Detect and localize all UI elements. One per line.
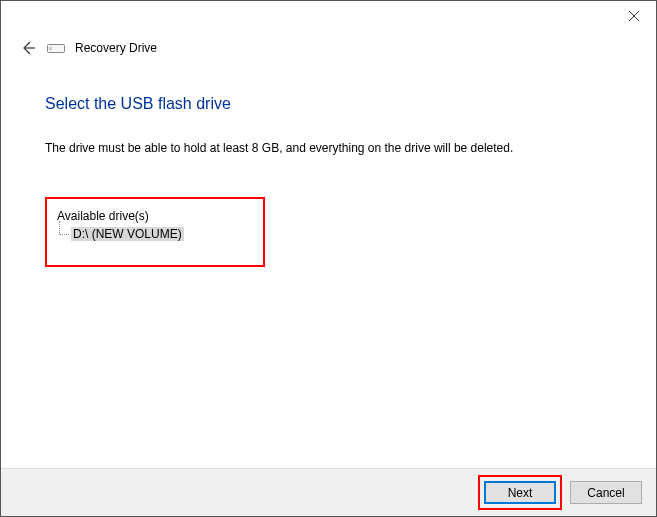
content-area: Select the USB flash drive The drive mus… xyxy=(1,65,656,267)
wizard-footer: Next Cancel xyxy=(1,468,656,516)
drive-icon xyxy=(47,42,65,54)
wizard-header: Recovery Drive xyxy=(1,31,656,65)
available-drives-label: Available drive(s) xyxy=(57,209,253,223)
next-button-highlight: Next xyxy=(478,475,562,510)
back-arrow-icon xyxy=(20,40,36,56)
page-description: The drive must be able to hold at least … xyxy=(45,141,612,155)
svg-rect-4 xyxy=(49,47,52,50)
available-drives-section: Available drive(s) D:\ (NEW VOLUME) xyxy=(45,197,265,267)
page-heading: Select the USB flash drive xyxy=(45,95,612,113)
titlebar xyxy=(1,1,656,31)
drive-list-item[interactable]: D:\ (NEW VOLUME) xyxy=(71,227,184,241)
cancel-button[interactable]: Cancel xyxy=(570,481,642,504)
recovery-drive-wizard-window: Recovery Drive Select the USB flash driv… xyxy=(0,0,657,517)
back-button[interactable] xyxy=(19,39,37,57)
next-button[interactable]: Next xyxy=(484,481,556,504)
close-icon xyxy=(629,11,639,21)
drive-item-label: D:\ (NEW VOLUME) xyxy=(73,227,182,241)
close-button[interactable] xyxy=(611,1,656,31)
wizard-title: Recovery Drive xyxy=(75,41,157,55)
